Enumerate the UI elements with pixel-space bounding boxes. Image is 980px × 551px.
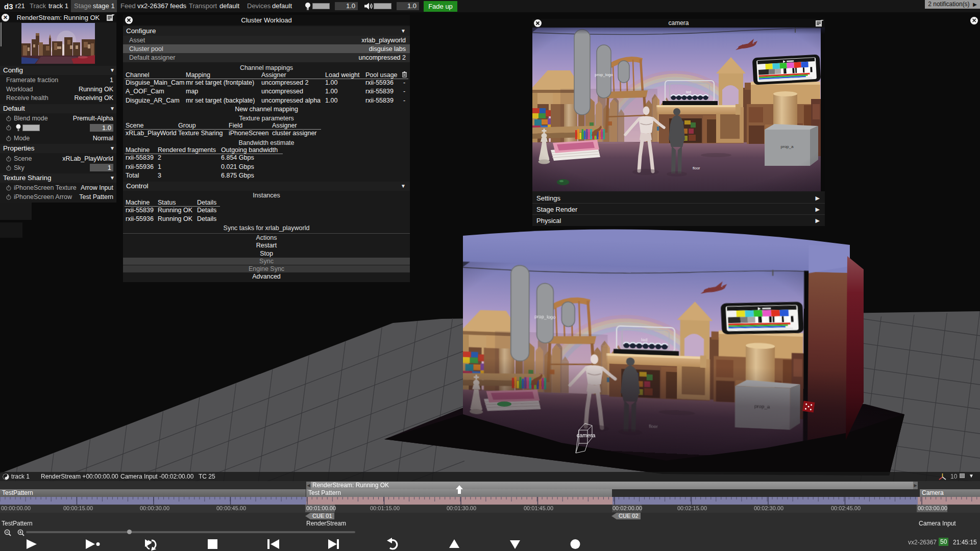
svg-text:camera: camera <box>577 432 596 438</box>
